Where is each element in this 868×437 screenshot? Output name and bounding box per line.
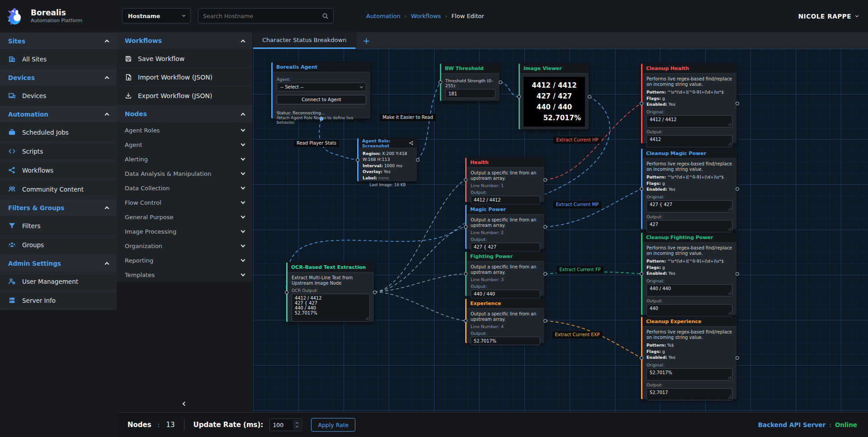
input-port[interactable] bbox=[464, 178, 467, 182]
input-port[interactable] bbox=[640, 102, 643, 105]
category-reporting[interactable]: Reporting bbox=[117, 253, 253, 268]
output-port[interactable] bbox=[736, 272, 739, 276]
input-port[interactable] bbox=[285, 291, 288, 294]
sidebar-item-scheduled-jobs[interactable]: Scheduled Jobs bbox=[0, 123, 117, 142]
cleanup-fighting-original[interactable]: 440 / 440 bbox=[646, 284, 732, 296]
node-cleanup-magic-power[interactable]: Cleanup Magic Power Performs live regex-… bbox=[641, 148, 737, 230]
node-bw-threshold[interactable]: BW Threshold Threshold Strength (0–255): bbox=[440, 63, 500, 101]
node-cleanup-health[interactable]: Cleanup Health Performs live regex-based… bbox=[641, 63, 737, 144]
node-ocr-text-extraction[interactable]: OCR-Based Text Extraction Extract Multi-… bbox=[286, 262, 374, 322]
node-experience[interactable]: Experience Output a specific line from a… bbox=[465, 298, 545, 343]
sidebar-item-server-info[interactable]: Server Info bbox=[0, 291, 117, 310]
node-image-viewer[interactable]: Image Viewer 4412 / 4412 427 / 427 440 /… bbox=[519, 63, 589, 130]
hostname-dropdown[interactable]: Hostname bbox=[122, 8, 191, 23]
output-port[interactable] bbox=[320, 117, 323, 121]
sidebar-item-devices[interactable]: Devices bbox=[0, 86, 117, 105]
export-workflow-button[interactable]: Export Workflow (JSON) bbox=[117, 87, 253, 105]
node-cleanup-fighting-power[interactable]: Cleanup Fighting Power Performs live reg… bbox=[641, 232, 737, 315]
node-borealis-agent[interactable]: Borealis Agent Agent: -- Select -- Conne… bbox=[271, 62, 371, 119]
input-port[interactable] bbox=[640, 187, 643, 191]
cleanup-health-output[interactable]: 4412 bbox=[646, 135, 732, 147]
agent-select[interactable]: -- Select -- bbox=[277, 83, 366, 91]
output-port[interactable] bbox=[373, 291, 377, 294]
connect-to-agent-button[interactable]: Connect to Agent bbox=[277, 95, 366, 104]
output-port[interactable] bbox=[416, 158, 420, 162]
breadcrumb-automation[interactable]: Automation bbox=[366, 13, 401, 19]
sidebar-item-filters[interactable]: Filters bbox=[0, 216, 117, 235]
category-image-processing[interactable]: Image Processing bbox=[117, 224, 253, 239]
number-stepper[interactable] bbox=[293, 420, 301, 430]
workflows-panel-header[interactable]: Workflows bbox=[117, 32, 253, 50]
import-workflow-button[interactable]: Import Workflow (JSON) bbox=[117, 68, 253, 87]
cleanup-fighting-output[interactable]: 440 bbox=[646, 304, 732, 316]
save-workflow-button[interactable]: Save Workflow bbox=[117, 50, 253, 68]
category-general-purpose[interactable]: General Purpose bbox=[117, 210, 253, 224]
input-port[interactable] bbox=[464, 225, 467, 229]
output-port[interactable] bbox=[588, 95, 591, 99]
category-data-collection[interactable]: Data Collection bbox=[117, 181, 253, 195]
output-port[interactable] bbox=[736, 187, 739, 191]
output-port[interactable] bbox=[543, 319, 547, 323]
output-port[interactable] bbox=[736, 102, 739, 105]
experience-output-input[interactable] bbox=[471, 337, 540, 345]
chevron-down-icon bbox=[241, 243, 245, 248]
output-port[interactable] bbox=[736, 356, 739, 360]
sidebar-section-devices[interactable]: Devices bbox=[0, 69, 117, 86]
search-input[interactable] bbox=[203, 13, 322, 19]
fighting-power-output-input[interactable] bbox=[471, 290, 540, 298]
category-flow-control[interactable]: Flow Control bbox=[117, 195, 253, 210]
category-agent-roles[interactable]: Agent Roles bbox=[117, 123, 253, 137]
sidebar-section-filters-groups[interactable]: Filters & Groups bbox=[0, 199, 117, 216]
apply-rate-button[interactable]: Apply Rate bbox=[311, 418, 355, 432]
flow-canvas[interactable]: Read Player Stats Make it Easier to Read… bbox=[253, 49, 868, 412]
category-data-analysis[interactable]: Data Analysis & Manipulation bbox=[117, 166, 253, 181]
sidebar-item-workflows[interactable]: Workflows bbox=[0, 161, 117, 180]
nodes-panel-header[interactable]: Nodes bbox=[117, 105, 253, 123]
input-port[interactable] bbox=[356, 158, 359, 162]
output-port[interactable] bbox=[543, 225, 547, 229]
cleanup-experience-original[interactable]: 52.7017% bbox=[646, 368, 732, 381]
category-alerting[interactable]: Alerting bbox=[117, 152, 253, 166]
cleanup-magic-original[interactable]: 427 { 427 bbox=[646, 200, 732, 212]
sidebar-item-all-sites[interactable]: All Sites bbox=[0, 50, 117, 69]
breadcrumb-current: Flow Editor bbox=[452, 13, 484, 19]
node-agent-role-screenshot[interactable]: Agent Role: Screenshot Region: X:200 Y:4… bbox=[357, 138, 417, 182]
add-tab-button[interactable]: + bbox=[356, 32, 377, 49]
sidebar-item-user-management[interactable]: User Management bbox=[0, 272, 117, 291]
cleanup-magic-output[interactable]: 427 bbox=[646, 220, 732, 232]
category-templates[interactable]: Templates bbox=[117, 268, 253, 282]
input-port[interactable] bbox=[464, 319, 467, 323]
input-port[interactable] bbox=[640, 272, 643, 276]
node-cleanup-experience[interactable]: Cleanup Experience Performs live regex-b… bbox=[641, 316, 737, 399]
cleanup-health-original[interactable]: 4412 / 4412 bbox=[646, 115, 732, 127]
cleanup-experience-output[interactable]: 52.7017 bbox=[646, 388, 732, 400]
node-fighting-power[interactable]: Fighting Power Output a specific line fr… bbox=[465, 251, 545, 296]
input-port[interactable] bbox=[517, 95, 521, 99]
category-organization[interactable]: Organization bbox=[117, 239, 253, 253]
sidebar-section-sites[interactable]: Sites bbox=[0, 32, 117, 50]
health-output-input[interactable] bbox=[471, 196, 540, 204]
sidebar-item-community-content[interactable]: Community Content bbox=[0, 180, 117, 199]
sidebar-item-scripts[interactable]: Scripts bbox=[0, 142, 117, 161]
output-port[interactable] bbox=[499, 80, 502, 84]
node-magic-power[interactable]: Magic Power Output a specific line from … bbox=[465, 204, 545, 249]
category-agent[interactable]: Agent bbox=[117, 137, 253, 152]
input-port[interactable] bbox=[640, 356, 643, 360]
magic-power-output-input[interactable] bbox=[471, 243, 540, 251]
sidebar-item-groups[interactable]: Groups bbox=[0, 235, 117, 254]
output-port[interactable] bbox=[543, 178, 547, 182]
sidebar-section-automation[interactable]: Automation bbox=[0, 105, 117, 123]
user-menu[interactable]: NICOLE RAPPE bbox=[798, 0, 858, 32]
output-port[interactable] bbox=[543, 272, 547, 276]
share-icon[interactable] bbox=[409, 141, 413, 146]
update-rate-input[interactable] bbox=[270, 419, 292, 431]
input-port[interactable] bbox=[439, 80, 442, 84]
tab-character-status-breakdown[interactable]: Character Status Breakdown bbox=[253, 32, 356, 49]
ocr-output-textarea[interactable]: 4412 / 4412 427 { 427 440 / 440 52.7017% bbox=[292, 294, 370, 322]
breadcrumb-workflows[interactable]: Workflows bbox=[411, 13, 441, 19]
threshold-input[interactable] bbox=[446, 89, 495, 98]
sidebar-section-admin-settings[interactable]: Admin Settings bbox=[0, 254, 117, 272]
node-health[interactable]: Health Output a specific line from an up… bbox=[465, 157, 545, 202]
input-port[interactable] bbox=[464, 272, 467, 276]
collapse-panel-button[interactable] bbox=[178, 399, 192, 409]
